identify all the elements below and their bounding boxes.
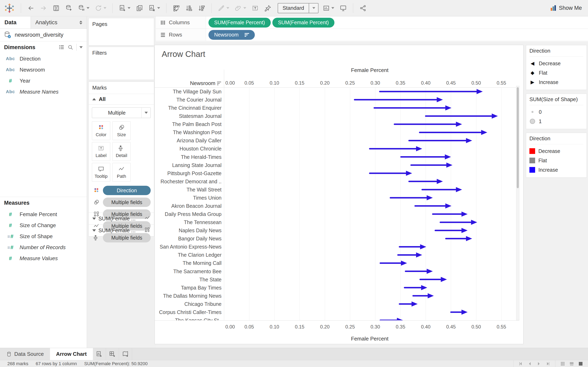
arrow-mark[interactable] bbox=[380, 89, 483, 94]
group-members-button[interactable] bbox=[233, 4, 247, 13]
measure-field-measure-values[interactable]: #Measure Values bbox=[0, 253, 87, 264]
back-button[interactable] bbox=[26, 4, 36, 13]
first-sheet-icon[interactable] bbox=[518, 361, 523, 366]
show-mark-labels-button[interactable] bbox=[250, 4, 260, 13]
columns-pill[interactable]: SUM(Female Percent) bbox=[208, 18, 271, 27]
row-header[interactable]: Newsroom bbox=[155, 80, 221, 86]
collapse-panel-icon[interactable] bbox=[79, 21, 82, 25]
rows-pill[interactable]: Newsroom bbox=[208, 30, 255, 40]
chart-row-label[interactable]: The Kansas City St.. bbox=[175, 316, 222, 320]
legend-item[interactable]: Increase bbox=[529, 165, 583, 175]
arrow-mark[interactable] bbox=[370, 146, 422, 151]
forward-button[interactable] bbox=[39, 4, 48, 13]
legend-card-color[interactable]: DirectionDecreaseFlatIncrease bbox=[526, 133, 587, 178]
swap-rows-columns-button[interactable] bbox=[171, 4, 181, 13]
legend-item[interactable]: ◆Flat bbox=[529, 68, 583, 77]
legend-item[interactable]: ◀Decrease bbox=[529, 59, 583, 68]
clear-sheet-button[interactable] bbox=[147, 4, 161, 13]
chart-row-label[interactable]: Lansing State Journal bbox=[172, 161, 222, 169]
chart-row-label[interactable]: The Tennessean bbox=[184, 218, 222, 226]
marks-collapsed-section[interactable]: SUM(Female ... bbox=[89, 213, 154, 225]
legend-item[interactable]: ▶Increase bbox=[529, 77, 583, 87]
chevron-down-icon[interactable] bbox=[86, 7, 89, 9]
detail-button[interactable]: Detail bbox=[112, 142, 131, 161]
presentation-mode-button[interactable] bbox=[338, 4, 348, 13]
chevron-down-icon[interactable] bbox=[157, 7, 160, 9]
chart-row-label[interactable]: Corpus Christi Caller-Times bbox=[159, 308, 222, 316]
tab-data[interactable]: Data bbox=[0, 17, 31, 29]
chart-row-label[interactable]: The Washington Post bbox=[173, 128, 222, 136]
legend-item[interactable]: Flat bbox=[529, 156, 583, 165]
arrow-mark[interactable] bbox=[380, 261, 407, 266]
chart-row-label[interactable]: The State bbox=[199, 275, 222, 284]
arrow-mark[interactable] bbox=[420, 277, 447, 282]
arrow-mark[interactable] bbox=[435, 228, 467, 233]
legend-item[interactable]: 0 bbox=[529, 107, 583, 117]
measure-field-number-of-records[interactable]: =#Number of Records bbox=[0, 242, 87, 253]
chart-row-label[interactable]: The Morning Call bbox=[183, 259, 222, 267]
chart-row-label[interactable]: The Wall Street bbox=[187, 185, 222, 194]
new-worksheet-button[interactable] bbox=[118, 4, 132, 13]
arrow-mark[interactable] bbox=[394, 122, 462, 127]
chart-row-label[interactable]: Houston Chronicle bbox=[180, 145, 222, 153]
last-sheet-icon[interactable] bbox=[545, 361, 550, 366]
dimension-field-direction[interactable]: AbcDirection bbox=[0, 53, 87, 64]
sort-descending-button[interactable] bbox=[197, 4, 207, 13]
arrow-mark[interactable] bbox=[451, 309, 468, 315]
arrow-mark[interactable] bbox=[390, 195, 433, 200]
chart-row-label[interactable]: Tampa Bay Times bbox=[181, 284, 222, 292]
arrow-mark[interactable] bbox=[399, 244, 426, 249]
arrow-mark[interactable] bbox=[440, 220, 477, 225]
arrow-mark[interactable] bbox=[409, 179, 443, 184]
dimension-field-newsroom[interactable]: AbcNewsroom bbox=[0, 64, 87, 75]
datasource-item[interactable]: newsroom_diversity bbox=[0, 29, 87, 42]
chevron-down-icon[interactable] bbox=[331, 7, 334, 9]
search-icon[interactable] bbox=[67, 44, 73, 50]
arrow-mark[interactable] bbox=[446, 236, 472, 241]
dimension-field-measure-names[interactable]: AbcMeasure Names bbox=[0, 86, 87, 97]
tab-data-source[interactable]: Data Source bbox=[0, 348, 50, 360]
fit-mode-dropdown[interactable]: Standard bbox=[278, 3, 319, 13]
pages-card[interactable]: Pages bbox=[88, 18, 154, 45]
fix-axes-button[interactable] bbox=[263, 4, 273, 13]
sheet-sorter-view-icon[interactable] bbox=[560, 361, 565, 366]
chart-pane[interactable] bbox=[224, 87, 516, 320]
chevron-down-icon[interactable] bbox=[309, 3, 318, 13]
chart-row-label[interactable]: Statesman Journal bbox=[179, 112, 222, 120]
marks-pill[interactable]: Multiple fields bbox=[103, 198, 151, 207]
chart-row-label[interactable]: Naples Daily News bbox=[179, 226, 222, 234]
arrow-mark[interactable] bbox=[370, 171, 412, 176]
vertical-scrollbar[interactable] bbox=[516, 86, 519, 320]
rows-shelf[interactable]: Rows Newsroom bbox=[156, 29, 588, 41]
measure-field-size-of-shape[interactable]: =#Size of Shape bbox=[0, 231, 87, 242]
new-data-source-button[interactable] bbox=[64, 4, 74, 13]
new-dashboard-tab-button[interactable] bbox=[106, 348, 119, 360]
dimension-field-year[interactable]: #Year bbox=[0, 75, 87, 86]
chart-row-label[interactable]: Akron Beacon Journal bbox=[171, 202, 222, 210]
arrow-mark[interactable] bbox=[374, 105, 451, 110]
chart-row-label[interactable]: Rochester Democrat and .. bbox=[160, 177, 222, 185]
arrow-mark[interactable] bbox=[415, 203, 451, 209]
chevron-down-icon[interactable] bbox=[104, 7, 106, 9]
arrow-mark[interactable] bbox=[380, 318, 403, 320]
legend-card-size[interactable]: SUM(Size of Shape)01 bbox=[526, 94, 587, 129]
highlight-button[interactable] bbox=[216, 4, 231, 13]
legend-item[interactable]: Decrease bbox=[529, 146, 583, 156]
columns-pill[interactable]: SUM(Female Percent) bbox=[272, 18, 335, 27]
chart-row-label[interactable]: Daily Press Media Group bbox=[165, 210, 222, 218]
arrow-mark[interactable] bbox=[420, 130, 487, 135]
color-button[interactable]: Color bbox=[92, 121, 110, 140]
dimensions-menu-icon[interactable] bbox=[79, 46, 83, 48]
measure-field-size-of-change[interactable]: #Size of Change bbox=[0, 220, 87, 231]
arrow-mark[interactable] bbox=[355, 97, 443, 102]
mark-type-dropdown[interactable]: Multiple bbox=[92, 108, 151, 118]
chart-row-label[interactable]: The Courier Journal bbox=[176, 96, 222, 104]
columns-shelf[interactable]: Columns SUM(Female Percent)SUM(Female Pe… bbox=[156, 17, 588, 29]
marks-all-section[interactable]: All bbox=[89, 94, 154, 105]
label-button[interactable]: Label bbox=[92, 142, 110, 161]
marks-collapsed-section[interactable]: SUM(Female ... bbox=[89, 225, 154, 236]
arrow-mark[interactable] bbox=[401, 154, 451, 159]
show-me-button[interactable]: Show Me bbox=[548, 3, 584, 13]
arrow-mark[interactable] bbox=[399, 301, 418, 307]
arrow-mark[interactable] bbox=[413, 293, 434, 298]
